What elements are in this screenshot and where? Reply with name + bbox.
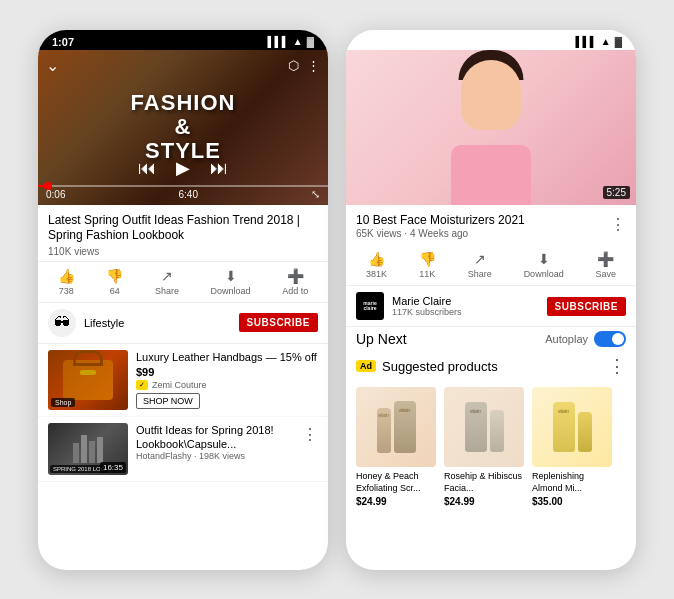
shop-now-button[interactable]: SHOP NOW (136, 393, 200, 409)
dislike-button-right[interactable]: 👎 11K (419, 251, 436, 279)
video-bottom-bar: 0:06 6:40 ⤡ (38, 184, 328, 205)
channel-info-right: Marie Claire 117K subscribers (392, 295, 539, 317)
brand-name: Zemi Couture (152, 380, 207, 390)
ad-info: Luxury Leather Handbags — 15% off $99 ✓ … (136, 350, 318, 409)
like-button-right[interactable]: 👍 381K (366, 251, 387, 279)
ad-more-icon[interactable]: ⋮ (608, 355, 626, 377)
up-next-label: Up Next (356, 331, 407, 347)
product-image-3: elain (532, 387, 612, 467)
share-button-right[interactable]: ↗ Share (468, 251, 492, 279)
product-image-2: elain (444, 387, 524, 467)
up-next-row: Up Next Autoplay (346, 327, 636, 351)
save-icon-right: ➕ (597, 251, 614, 267)
product-card-1[interactable]: elain elain Honey & Peach Exfoliating Sc… (356, 387, 436, 507)
rec-thumbnail: SPRING 2018 LOO 16:35 (48, 423, 128, 475)
bag-clasp (80, 370, 96, 375)
rec-title: Outfit Ideas for Spring 2018! Lookbook\C… (136, 423, 294, 452)
dislike-button[interactable]: 👎 64 (106, 268, 123, 296)
autoplay-toggle[interactable] (594, 331, 626, 347)
shop-label: Shop (51, 398, 75, 407)
phone-left: 1:07 ▌▌▌ ▲ ▓ ⌄ ⬡ ⋮ FASHION&STYLE ⏮ ▶ ⏭ (38, 30, 328, 570)
product-name-2: Rosehip & Hibiscus Facia... (444, 471, 524, 494)
ad-item-left: Shop Luxury Leather Handbags — 15% off $… (38, 344, 328, 417)
product-price-2: $24.99 (444, 496, 524, 507)
ad-row: Ad Suggested products ⋮ (346, 351, 636, 381)
channel-info-left: Lifestyle (84, 317, 231, 329)
ad-badge: Ad (356, 360, 376, 372)
ad-price: $99 (136, 366, 318, 378)
share-button[interactable]: ↗ Share (155, 268, 179, 296)
product-price-1: $24.99 (356, 496, 436, 507)
more-options-icon[interactable]: ⋮ (302, 425, 318, 444)
status-bar-left: 1:07 ▌▌▌ ▲ ▓ (38, 30, 328, 50)
product-name-3: Replenishing Almond Mi... (532, 471, 612, 494)
thumbs-up-icon-right: 👍 (368, 251, 385, 267)
dislike-count-right: 11K (419, 269, 435, 279)
channel-name-left: Lifestyle (84, 317, 231, 329)
channel-name-right: Marie Claire (392, 295, 539, 307)
suggested-products-label: Suggested products (382, 359, 602, 374)
video-views-left: 110K views (48, 246, 318, 257)
video-info-right: 10 Best Face Moisturizers 2021 65K views… (346, 205, 636, 246)
battery-icon: ▓ (307, 36, 314, 47)
action-bar-left: 👍 738 👎 64 ↗ Share ⬇ Download ➕ Add to (38, 262, 328, 303)
wifi-icon: ▲ (293, 36, 303, 47)
toggle-knob (612, 333, 624, 345)
rec-item-left: SPRING 2018 LOO 16:35 Outfit Ideas for S… (38, 417, 328, 482)
brand-badge: ✓ (136, 380, 148, 390)
video-duration-badge: 5:25 (603, 186, 630, 199)
products-grid: elain elain Honey & Peach Exfoliating Sc… (346, 381, 636, 517)
download-button[interactable]: ⬇ Download (211, 268, 251, 296)
channel-row-left: 🕶 Lifestyle SUBSCRIBE (38, 303, 328, 344)
share-icon: ↗ (161, 268, 173, 284)
download-label: Download (211, 286, 251, 296)
more-options-icon-right[interactable]: ⋮ (610, 215, 626, 234)
person-face (461, 60, 521, 130)
thumbs-up-icon: 👍 (58, 268, 75, 284)
video-duration: 6:40 (179, 189, 198, 200)
channel-avatar-right: marieclaire (356, 292, 384, 320)
video-player-left[interactable]: ⌄ ⬡ ⋮ FASHION&STYLE ⏮ ▶ ⏭ 0:06 6:40 ⤡ (38, 50, 328, 205)
video-top-bar: ⌄ ⬡ ⋮ (38, 50, 328, 81)
product-card-2[interactable]: elain Rosehip & Hibiscus Facia... $24.99 (444, 387, 524, 507)
video-overlay-text: FASHION&STYLE (131, 91, 236, 164)
current-time: 0:06 (46, 189, 65, 200)
bag-shape (63, 360, 113, 400)
phone-right: 1:07 ▌▌▌ ▲ ▓ 5:25 10 Best Face Moisturiz… (346, 30, 636, 570)
chevron-down-icon[interactable]: ⌄ (46, 56, 59, 75)
subscribe-button-right[interactable]: SUBSCRIBE (547, 297, 626, 316)
person-body (451, 145, 531, 205)
video-top-icons: ⬡ ⋮ (288, 58, 320, 73)
video-info-left: Latest Spring Outfit Ideas Fashion Trend… (38, 205, 328, 262)
video-meta-right: 65K views · 4 Weeks ago (356, 228, 604, 239)
download-icon-right: ⬇ (538, 251, 550, 267)
cast-icon[interactable]: ⬡ (288, 58, 299, 73)
product-card-3[interactable]: elain Replenishing Almond Mi... $35.00 (532, 387, 612, 507)
share-label: Share (155, 286, 179, 296)
thumbs-down-icon-right: 👎 (419, 251, 436, 267)
subscribe-button-left[interactable]: SUBSCRIBE (239, 313, 318, 332)
save-button-right[interactable]: ➕ Save (596, 251, 617, 279)
video-player-right[interactable]: 5:25 (346, 50, 636, 205)
autoplay-row: Autoplay (545, 331, 626, 347)
status-icons-right: ▌▌▌ ▲ ▓ (576, 36, 622, 47)
rec-channel: HotandFlashy · 198K views (136, 451, 294, 461)
ad-thumbnail: Shop (48, 350, 128, 410)
video-info-text: 10 Best Face Moisturizers 2021 65K views… (356, 213, 604, 242)
download-icon: ⬇ (225, 268, 237, 284)
like-button[interactable]: 👍 738 (58, 268, 75, 296)
download-button-right[interactable]: ⬇ Download (524, 251, 564, 279)
dislike-count: 64 (110, 286, 120, 296)
channel-avatar-left: 🕶 (48, 309, 76, 337)
product-name-1: Honey & Peach Exfoliating Scr... (356, 471, 436, 494)
addto-button[interactable]: ➕ Add to (282, 268, 308, 296)
fullscreen-icon[interactable]: ⤡ (311, 188, 320, 201)
status-icons: ▌▌▌ ▲ ▓ (268, 36, 314, 47)
time-display: 1:07 (52, 36, 74, 48)
share-icon-right: ↗ (474, 251, 486, 267)
wifi-icon-right: ▲ (601, 36, 611, 47)
rec-info: Outfit Ideas for Spring 2018! Lookbook\C… (136, 423, 294, 462)
rec-duration: 16:35 (100, 462, 126, 473)
battery-icon-right: ▓ (615, 36, 622, 47)
settings-icon[interactable]: ⋮ (307, 58, 320, 73)
